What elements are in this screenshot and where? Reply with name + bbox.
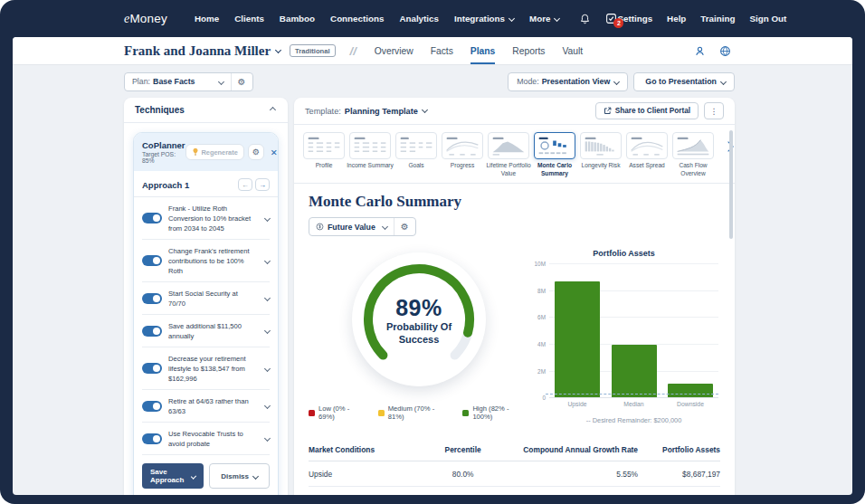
techniques-header[interactable]: Techniques (124, 98, 288, 123)
chevron-down-icon (382, 223, 388, 230)
carousel-item-goals[interactable]: Goals (395, 132, 437, 177)
client-name-dropdown[interactable]: Frank and Joanna Miller (124, 43, 280, 59)
carousel-item-progress[interactable]: Progress (442, 132, 483, 177)
chevron-down-icon (252, 472, 259, 479)
share-to-client-portal-button[interactable]: Share to Client Portal (595, 102, 699, 119)
nav-item-clients[interactable]: Clients (234, 14, 264, 24)
next-approach-button[interactable]: → (255, 178, 270, 191)
share-icon (604, 107, 612, 115)
thumbnail-preview (303, 132, 345, 159)
technique-row[interactable]: Save additional $11,500 annually (142, 315, 270, 347)
col-header-percentile: Percentile (420, 439, 507, 461)
technique-toggle[interactable] (142, 401, 162, 412)
portfolio-bar (668, 384, 713, 397)
save-approach-button[interactable]: Save Approach (142, 463, 204, 489)
template-label: Template: (305, 107, 341, 116)
app-logo[interactable]: eMoney (124, 12, 167, 26)
nav-item-home[interactable]: Home (195, 14, 219, 24)
more-options-button[interactable]: ⋮ (704, 102, 724, 119)
technique-toggle[interactable] (142, 255, 162, 266)
previous-approach-button[interactable]: ← (238, 178, 252, 191)
chevron-down-icon (422, 106, 428, 112)
thumbnail-preview (534, 132, 575, 159)
technique-row[interactable]: Change Frank's retirement contributions … (142, 240, 270, 282)
coplanner-header: CoPlanner Target POS: 85% Regenerate ⚙ ✕ (134, 133, 278, 171)
approach-header: Approach 1 ← → (134, 171, 278, 197)
thumbnail-preview (395, 132, 437, 159)
y-tick: 10M (529, 261, 546, 267)
x-label: Median (612, 401, 657, 407)
technique-row[interactable]: Frank - Utilize Roth Conversion to 10% b… (142, 197, 270, 240)
chevron-down-icon[interactable] (264, 365, 271, 371)
tasks-button[interactable]: 2 (605, 13, 617, 24)
technique-toggle[interactable] (142, 363, 162, 374)
nav-item-analytics[interactable]: Analytics (399, 14, 439, 24)
technique-toggle[interactable] (142, 433, 162, 444)
nav-item-more[interactable]: More (529, 14, 559, 24)
value-filter-group: Future Value ⚙ (309, 217, 416, 236)
dismiss-button[interactable]: Dismiss (209, 463, 270, 489)
carousel-item-longevity-risk[interactable]: Longevity Risk (580, 132, 622, 177)
chevron-down-icon[interactable] (264, 328, 271, 334)
regenerate-button[interactable]: Regenerate (185, 144, 244, 160)
technique-row[interactable]: Decrease your retirement lifestyle to $1… (142, 347, 270, 390)
carousel-item-monte-carlo-summary[interactable]: Monte Carlo Summary (534, 132, 575, 177)
carousel-item-cash-flow-overview[interactable]: Cash Flow Overview (672, 132, 714, 177)
coplanner-settings-button[interactable]: ⚙ (248, 144, 264, 160)
scrollbar-thumb[interactable] (729, 130, 733, 239)
desired-remainder-caption: -- Desired Remainder: $200,000 (549, 416, 718, 424)
chevron-down-icon (613, 78, 620, 84)
report-title: Monte Carlo Summary (309, 193, 720, 211)
carousel-item-lifetime-portfolio-value[interactable]: Lifetime Portfolio Value (488, 132, 529, 177)
nav-item-integrations[interactable]: Integrations (454, 14, 514, 24)
person-icon[interactable] (694, 45, 706, 57)
gauge-text: 89% Probability Of Success (352, 252, 486, 386)
go-to-presentation-button[interactable]: Go to Presentation (633, 72, 735, 91)
nav-item-connections[interactable]: Connections (330, 14, 384, 24)
tab-overview[interactable]: Overview (375, 37, 413, 64)
coplanner-target-pos: Target POS: 85% (142, 151, 185, 164)
nav-item-training[interactable]: Training (700, 14, 735, 24)
mode-select[interactable]: Mode:Presentation View (508, 72, 628, 91)
chevron-up-icon (270, 107, 276, 113)
template-select[interactable]: Planning Template (345, 107, 427, 116)
chevron-down-icon[interactable] (264, 435, 271, 442)
logo-rest: Money (129, 12, 167, 25)
portfolio-assets-chart: Portfolio Assets 10M 8M 6M 4M (529, 242, 720, 424)
thumbnail-preview (672, 132, 714, 159)
tab-facts[interactable]: Facts (431, 37, 453, 64)
coins-icon (316, 223, 324, 231)
technique-toggle[interactable] (142, 213, 162, 223)
globe-icon[interactable] (719, 45, 731, 57)
tab-reports[interactable]: Reports (512, 37, 545, 64)
plan-settings-button[interactable]: ⚙ (231, 73, 252, 90)
chevron-down-icon[interactable] (264, 295, 271, 301)
future-value-select[interactable]: Future Value (309, 218, 394, 235)
technique-row[interactable]: Use Revocable Trusts to avoid probate (142, 423, 270, 455)
report-settings-button[interactable]: ⚙ (394, 218, 415, 235)
scrollbar[interactable] (729, 130, 733, 492)
nav-item-sign-out[interactable]: Sign Out (749, 14, 786, 24)
close-icon[interactable]: ✕ (271, 147, 278, 157)
carousel-item-asset-spread[interactable]: Asset Spread (626, 132, 668, 177)
carousel-item-profile[interactable]: Profile (303, 132, 345, 177)
tab-vault[interactable]: Vault (562, 37, 583, 64)
technique-toggle[interactable] (142, 326, 162, 337)
nav-item-help[interactable]: Help (667, 14, 686, 24)
chevron-down-icon[interactable] (264, 257, 271, 263)
chevron-down-icon[interactable] (264, 214, 271, 221)
technique-toggle[interactable] (142, 293, 162, 304)
nav-item-bamboo[interactable]: Bamboo (280, 14, 315, 24)
techniques-panel: Techniques CoPlanner Target POS: 85% Reg… (124, 98, 288, 495)
kebab-icon: ⋮ (710, 107, 718, 116)
cell-portfolio-assets: $3,900,687 (638, 487, 720, 495)
plan-select[interactable]: Plan:Base Facts (125, 73, 231, 90)
legend-item-low: Low (0% - 69%) (309, 404, 366, 421)
technique-row[interactable]: Start Social Security at 70/70 (142, 282, 270, 315)
tab-plans[interactable]: Plans (471, 37, 495, 64)
carousel-item-income-summary[interactable]: Income Summary (349, 132, 391, 177)
notifications-bell-button[interactable] (579, 13, 591, 25)
technique-row[interactable]: Retire at 64/63 rather than 63/63 (142, 390, 270, 423)
chevron-down-icon[interactable] (264, 403, 271, 409)
legend-swatch (309, 410, 315, 416)
